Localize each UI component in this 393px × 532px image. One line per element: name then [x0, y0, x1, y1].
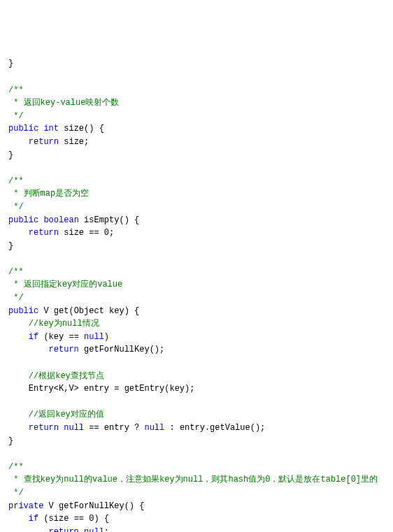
code-line: //key为null情况: [8, 317, 385, 331]
code-token: private: [8, 501, 43, 511]
code-line: */: [8, 292, 385, 305]
code-line: * 判断map是否为空: [8, 187, 385, 201]
code-token: ;: [104, 527, 109, 532]
code-line: [8, 357, 385, 370]
code-token: ): [104, 332, 109, 342]
code-line: public V get(Object key) {: [8, 305, 385, 318]
code-line: [8, 71, 385, 84]
code-line: * 返回指定key对应的value: [8, 278, 385, 292]
code-token: */: [8, 488, 24, 498]
code-token: //返回key对应的值: [29, 410, 104, 419]
code-line: }: [8, 435, 385, 448]
code-token: null: [64, 423, 84, 433]
code-line: }: [8, 57, 385, 71]
code-token: return: [29, 423, 59, 433]
code-token: * 查找key为null的value，注意如果key为null，则其hash值为…: [8, 475, 378, 484]
code-line: }: [8, 240, 385, 253]
code-line: return size == 0;: [8, 227, 385, 240]
code-token: }: [8, 150, 13, 160]
code-line: return size;: [8, 136, 385, 149]
code-token: [8, 371, 29, 381]
code-token: */: [8, 111, 24, 121]
code-line: public boolean isEmpty() {: [8, 214, 385, 227]
code-token: == entry ?: [84, 423, 144, 433]
code-token: boolean: [43, 215, 78, 225]
code-token: /**: [8, 462, 24, 472]
code-token: return: [29, 228, 59, 238]
code-line: /**: [8, 175, 385, 188]
code-token: null: [144, 423, 164, 433]
code-line: * 返回key-value映射个数: [8, 96, 385, 110]
code-line: /**: [8, 84, 385, 97]
code-token: }: [8, 59, 13, 69]
code-token: Entry<K,V> entry = getEntry(key);: [8, 384, 194, 394]
code-token: [8, 137, 29, 147]
code-token: V getForNullKey() {: [43, 501, 144, 511]
code-token: [8, 345, 49, 354]
code-token: V get(Object key) {: [38, 306, 139, 316]
code-token: [8, 332, 29, 342]
code-token: [79, 527, 84, 532]
code-line: private V getForNullKey() {: [8, 500, 385, 513]
code-line: */: [8, 487, 385, 500]
code-token: [8, 423, 29, 433]
code-line: [8, 396, 385, 409]
code-token: ) {: [94, 514, 109, 524]
code-line: [8, 447, 385, 461]
code-token: isEmpty() {: [79, 215, 139, 225]
code-token: */: [8, 202, 24, 212]
code-line: Entry<K,V> entry = getEntry(key);: [8, 382, 385, 396]
code-line: */: [8, 110, 385, 123]
code-token: ;: [109, 228, 114, 238]
code-line: /**: [8, 266, 385, 279]
code-token: return: [49, 527, 79, 532]
code-token: [8, 527, 49, 532]
code-token: (size ==: [38, 514, 89, 524]
code-token: null: [84, 332, 104, 342]
code-token: }: [8, 241, 13, 251]
code-token: size ==: [59, 228, 104, 238]
code-line: /**: [8, 461, 385, 474]
code-token: [8, 319, 29, 329]
code-line: if (size == 0) {: [8, 512, 385, 526]
code-token: public: [8, 124, 38, 134]
code-line: * 查找key为null的value，注意如果key为null，则其hash值为…: [8, 473, 385, 487]
code-line: return getForNullKey();: [8, 343, 385, 357]
code-token: * 返回指定key对应的value: [8, 280, 122, 289]
code-line: return null;: [8, 526, 385, 532]
code-token: : entry.getValue();: [164, 423, 265, 433]
code-token: }: [8, 436, 13, 446]
code-line: public int size() {: [8, 122, 385, 136]
code-line: }: [8, 149, 385, 162]
code-token: if: [29, 332, 38, 342]
code-line: return null == entry ? null : entry.getV…: [8, 422, 385, 435]
code-line: if (key == null): [8, 331, 385, 344]
code-token: //根据key查找节点: [29, 371, 104, 381]
code-token: public: [8, 306, 38, 316]
code-token: //key为null情况: [29, 319, 99, 329]
code-token: /**: [8, 267, 24, 277]
code-token: */: [8, 293, 24, 303]
code-token: [8, 514, 29, 524]
code-token: 0: [104, 228, 109, 238]
code-token: (key ==: [38, 332, 84, 342]
code-token: getForNullKey();: [79, 345, 164, 354]
code-token: [8, 228, 29, 238]
code-token: size;: [59, 137, 89, 147]
code-token: return: [29, 137, 59, 147]
code-token: /**: [8, 85, 24, 95]
code-token: * 返回key-value映射个数: [8, 98, 119, 108]
code-token: return: [49, 345, 79, 354]
code-token: if: [29, 514, 38, 524]
code-token: public: [8, 215, 38, 225]
code-line: [8, 252, 385, 266]
code-line: [8, 161, 385, 175]
code-line: */: [8, 201, 385, 214]
code-token: [8, 410, 29, 419]
code-line: //返回key对应的值: [8, 408, 385, 422]
code-token: int: [43, 124, 59, 134]
code-token: * 判断map是否为空: [8, 189, 89, 199]
code-block: } /** * 返回key-value映射个数 */public int siz…: [8, 57, 385, 532]
code-token: null: [84, 527, 104, 532]
code-token: size() {: [59, 124, 104, 134]
